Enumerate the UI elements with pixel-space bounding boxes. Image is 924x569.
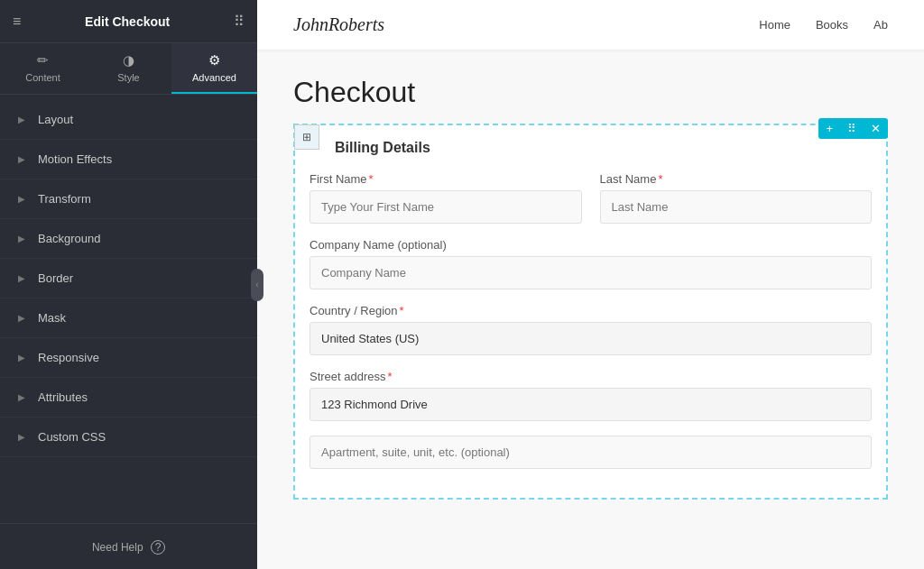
apartment-input[interactable] (310, 436, 872, 469)
country-group: Country / Region* (310, 304, 872, 355)
hamburger-icon[interactable]: ≡ (13, 14, 21, 30)
last-name-input[interactable] (600, 190, 873, 224)
chevron-icon: ▶ (18, 353, 25, 363)
tab-content[interactable]: ✏ Content (0, 43, 86, 94)
menu-item-transform[interactable]: ▶ Transform (0, 179, 257, 219)
nav-link-home[interactable]: Home (759, 18, 790, 32)
menu-item-label: Layout (38, 113, 73, 126)
billing-section-title: Billing Details (335, 140, 872, 156)
help-label: Need Help (92, 541, 143, 554)
checkout-form-area: ⊞ Billing Details First Name* Last Name* (293, 124, 888, 500)
left-panel: ≡ Edit Checkout ⠿ ✏ Content ◑ Style ⚙ Ad… (0, 0, 257, 569)
first-name-label: First Name* (310, 172, 582, 186)
bottom-help[interactable]: Need Help ? (0, 523, 257, 569)
menu-item-border[interactable]: ▶ Border (0, 259, 257, 298)
panel-title: Edit Checkout (21, 14, 234, 29)
menu-item-label: Attributes (38, 390, 88, 404)
nav-bar: JohnRoberts Home Books Ab (257, 0, 924, 50)
apartment-row (310, 436, 872, 469)
help-circle-icon: ? (151, 540, 165, 555)
country-label: Country / Region* (310, 304, 872, 317)
menu-item-mask[interactable]: ▶ Mask (0, 298, 257, 338)
street-input[interactable] (310, 388, 872, 421)
tab-advanced-label: Advanced (192, 72, 236, 83)
menu-item-label: Background (38, 232, 100, 245)
chevron-icon: ▶ (18, 194, 25, 204)
company-input[interactable] (310, 256, 872, 289)
required-star: * (388, 370, 393, 383)
page-title: Checkout (293, 76, 888, 109)
right-content: JohnRoberts Home Books Ab Checkout + ⠿ ✕… (257, 0, 924, 569)
tab-content-label: Content (25, 72, 60, 83)
chevron-icon: ▶ (18, 115, 25, 124)
first-name-input[interactable] (310, 190, 582, 224)
menu-items-list: ▶ Layout ▶ Motion Effects ▶ Transform ▶ … (0, 95, 257, 523)
grid-icon[interactable]: ⠿ (234, 13, 245, 30)
company-row: Company Name (optional) (310, 238, 872, 289)
content-tab-icon: ✏ (37, 52, 49, 69)
tab-style[interactable]: ◑ Style (86, 43, 171, 94)
chevron-icon: ▶ (18, 392, 25, 402)
add-section-button[interactable]: + (818, 118, 840, 139)
tab-style-label: Style (117, 72, 139, 83)
page-content: Checkout + ⠿ ✕ ⊞ Billing Details First N… (257, 50, 924, 569)
country-input[interactable] (310, 322, 872, 355)
menu-item-responsive[interactable]: ▶ Responsive (0, 338, 257, 378)
menu-item-background[interactable]: ▶ Background (0, 219, 257, 259)
tabs-container: ✏ Content ◑ Style ⚙ Advanced (0, 43, 257, 95)
name-row: First Name* Last Name* (310, 172, 872, 224)
chevron-icon: ▶ (18, 273, 25, 283)
first-name-group: First Name* (310, 172, 582, 224)
nav-link-books[interactable]: Books (816, 18, 848, 32)
chevron-icon: ▶ (18, 234, 25, 243)
brand-logo: JohnRoberts (293, 14, 384, 35)
resize-handle[interactable]: ‹ (251, 269, 263, 301)
company-group: Company Name (optional) (310, 238, 872, 289)
company-label: Company Name (optional) (310, 238, 872, 252)
menu-item-label: Responsive (38, 351, 99, 364)
required-star: * (658, 172, 662, 186)
menu-item-attributes[interactable]: ▶ Attributes (0, 378, 257, 418)
street-group: Street address* (310, 370, 872, 421)
menu-item-custom-css[interactable]: ▶ Custom CSS (0, 418, 257, 457)
tab-advanced[interactable]: ⚙ Advanced (171, 43, 257, 94)
last-name-label: Last Name* (600, 172, 873, 186)
nav-links: Home Books Ab (759, 18, 888, 32)
section-icon: ⊞ (294, 124, 319, 150)
street-label: Street address* (310, 370, 872, 383)
close-section-button[interactable]: ✕ (864, 118, 888, 139)
apartment-group (310, 436, 872, 469)
move-section-button[interactable]: ⠿ (840, 118, 864, 139)
selection-actions: + ⠿ ✕ (818, 118, 888, 139)
menu-item-layout[interactable]: ▶ Layout (0, 100, 257, 140)
chevron-icon: ▶ (18, 313, 25, 323)
menu-item-motion-effects[interactable]: ▶ Motion Effects (0, 140, 257, 179)
street-row: Street address* (310, 370, 872, 421)
chevron-icon: ▶ (18, 154, 25, 164)
last-name-group: Last Name* (600, 172, 873, 224)
required-star: * (369, 172, 374, 186)
required-star: * (400, 304, 404, 317)
nav-link-ab[interactable]: Ab (873, 18, 888, 32)
menu-item-label: Motion Effects (38, 152, 112, 166)
menu-item-label: Transform (38, 192, 91, 206)
chevron-icon: ▶ (18, 432, 25, 442)
menu-item-label: Border (38, 271, 73, 285)
top-bar: ≡ Edit Checkout ⠿ (0, 0, 257, 43)
country-row: Country / Region* (310, 304, 872, 355)
menu-item-label: Mask (38, 311, 66, 325)
menu-item-label: Custom CSS (38, 430, 106, 444)
style-tab-icon: ◑ (123, 52, 134, 69)
advanced-tab-icon: ⚙ (208, 52, 220, 69)
